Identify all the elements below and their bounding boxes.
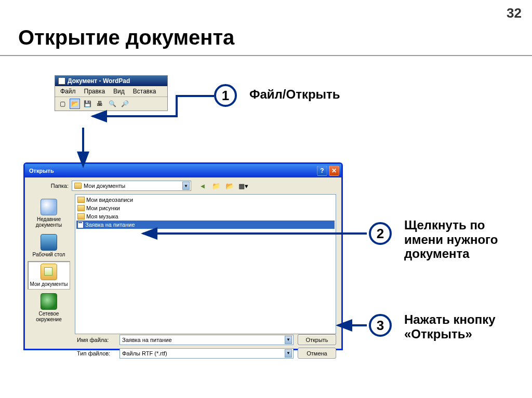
file-name: Моя музыка [86,213,118,219]
open-button[interactable]: Открыть [298,334,336,345]
places-sidebar: Недавние документы Рабочий стол Мои доку… [25,194,73,334]
chevron-down-icon[interactable]: ▼ [182,182,190,190]
views-icon[interactable]: ▦▾ [238,181,248,191]
recent-icon [41,199,57,215]
list-item[interactable]: Моя музыка [76,212,335,221]
step-text-3: Нажать кнопку «Открыть» [404,312,518,341]
menu-view[interactable]: Вид [110,87,128,95]
filetype-label: Тип файлов: [77,350,115,356]
list-item[interactable]: Мои видеозаписи [76,196,335,204]
folder-icon [74,183,82,189]
wordpad-titlebar: Документ - WordPad [55,76,167,86]
save-icon[interactable]: 💾 [82,99,92,109]
wordpad-icon [58,77,65,85]
page-number: 32 [507,5,522,21]
folder-combo[interactable]: Мои документы ▼ [72,181,191,191]
folder-label: Папка: [30,183,69,189]
back-icon[interactable]: ◄ [197,181,208,191]
slide-title: Открытие документа [18,26,234,49]
step-bubble-2: 2 [369,222,392,245]
chevron-down-icon[interactable]: ▼ [285,349,292,358]
step-bubble-1: 1 [214,84,237,107]
filename-combo[interactable]: Заявка на питание ▼ [119,335,294,345]
open-icon[interactable]: 📂 [70,99,80,109]
filename-value: Заявка на питание [122,337,172,343]
folder-value: Мои документы [84,183,125,189]
wordpad-menubar: Файл Правка Вид Вставка [55,86,167,97]
menu-file[interactable]: Файл [57,87,79,95]
open-dialog: Открыть ? ✕ Папка: Мои документы ▼ ◄ 📁 📂… [23,162,343,350]
open-dialog-title: Открыть [29,168,317,174]
filetype-combo[interactable]: Файлы RTF (*.rtf) ▼ [119,348,294,359]
new-icon[interactable]: ▢ [57,99,68,109]
sidebar-desktop[interactable]: Рабочий стол [28,231,70,260]
sidebar-item-label: Мои документы [28,281,70,287]
find-icon[interactable]: 🔎 [119,99,130,109]
sidebar-recent[interactable]: Недавние документы [28,196,70,230]
folder-row: Папка: Мои документы ▼ ◄ 📁 📂 ▦▾ [25,177,341,194]
file-list[interactable]: Мои видеозаписи Мои рисунки Моя музыка З… [75,194,336,334]
list-item-selected[interactable]: Заявка на питание [76,221,335,229]
title-underline [0,55,532,56]
preview-icon[interactable]: 🔍 [107,99,117,109]
file-name: Мои видеозаписи [86,197,133,203]
mydocs-icon [41,264,57,280]
wordpad-title: Документ - WordPad [68,77,130,85]
sidebar-item-label: Недавние документы [28,216,70,228]
folder-icon [77,213,85,219]
print-icon[interactable]: 🖶 [95,99,105,109]
doc-icon [77,221,84,228]
menu-edit[interactable]: Правка [81,87,109,95]
cancel-button[interactable]: Отмена [298,348,336,359]
close-button[interactable]: ✕ [329,166,339,176]
file-name: Заявка на питание [85,222,135,228]
new-folder-icon[interactable]: 📂 [224,181,235,191]
sidebar-network[interactable]: Сетевое окружение [28,291,70,325]
step-bubble-3: 3 [369,314,392,337]
chevron-down-icon[interactable]: ▼ [285,336,292,344]
step-text-2: Щелкнуть по имени нужного документа [404,218,518,261]
help-button[interactable]: ? [317,166,327,176]
folder-icon [77,197,85,203]
step-text-1: Файл/Открыть [249,87,340,102]
up-icon[interactable]: 📁 [211,181,221,191]
file-name: Мои рисунки [86,205,120,211]
network-icon [41,293,57,310]
sidebar-mydocs[interactable]: Мои документы [28,261,70,290]
menu-insert[interactable]: Вставка [130,87,159,95]
folder-icon [77,205,85,211]
wordpad-toolbar: ▢ 📂 💾 🖶 🔍 🔎 [55,97,167,111]
sidebar-item-label: Рабочий стол [28,252,70,257]
list-item[interactable]: Мои рисунки [76,204,335,212]
sidebar-item-label: Сетевое окружение [28,311,70,322]
dialog-bottom: Имя файла: Заявка на питание ▼ Открыть Т… [25,334,341,364]
open-dialog-titlebar: Открыть ? ✕ [25,164,341,177]
filetype-value: Файлы RTF (*.rtf) [122,350,167,356]
desktop-icon [41,234,57,251]
filename-label: Имя файла: [77,337,115,343]
wordpad-window: Документ - WordPad Файл Правка Вид Встав… [55,75,168,111]
